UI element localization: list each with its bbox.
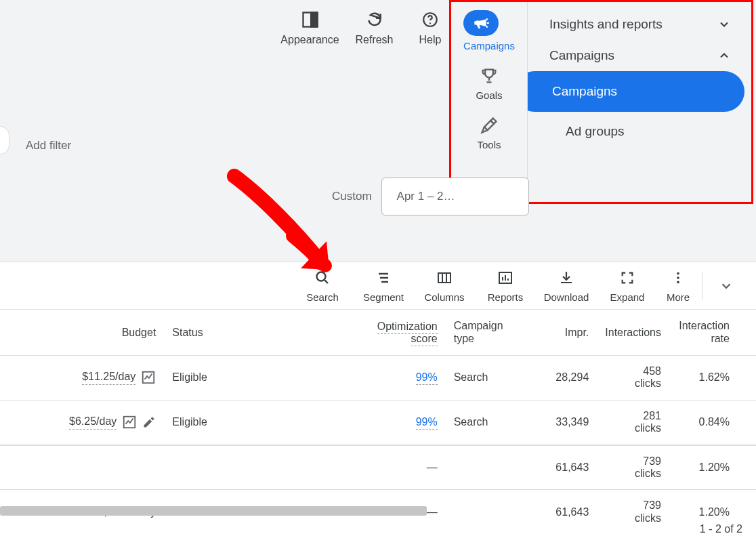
pencil-icon[interactable] bbox=[142, 415, 156, 429]
submenu-campaigns[interactable]: Campaigns bbox=[528, 40, 751, 71]
chevron-down-icon bbox=[707, 276, 745, 295]
svg-rect-5 bbox=[438, 273, 450, 283]
table-row[interactable]: $11.25/dayEligible99%Search28,294458clic… bbox=[0, 356, 756, 400]
cell-spacer bbox=[738, 400, 756, 445]
nav-rail-tools-label: Tools bbox=[477, 139, 501, 150]
table-download-button[interactable]: Download bbox=[536, 268, 597, 303]
chevron-up-icon bbox=[717, 49, 731, 62]
table-collapse-button[interactable] bbox=[707, 276, 745, 295]
add-filter-button[interactable]: Add filter bbox=[26, 139, 71, 152]
cell-budget bbox=[0, 445, 164, 490]
toolbar-divider bbox=[702, 272, 703, 300]
chart-icon[interactable] bbox=[141, 370, 156, 385]
date-range-custom-label: Custom bbox=[332, 190, 372, 203]
nav-rail: Campaigns Goals Tools bbox=[451, 2, 528, 202]
chart-icon[interactable] bbox=[122, 415, 137, 430]
header-campaign-type[interactable]: Campaigntype bbox=[446, 310, 530, 356]
table-search-label: Search bbox=[292, 291, 353, 303]
highlighted-nav-panel: Campaigns Goals Tools Insights and repor… bbox=[449, 0, 753, 204]
refresh-label: Refresh bbox=[342, 34, 406, 46]
cell-opt: — bbox=[364, 445, 446, 490]
help-button[interactable]: Help bbox=[406, 0, 454, 46]
table-more-label: More bbox=[658, 291, 698, 303]
chevron-down-icon bbox=[717, 18, 731, 31]
nav-submenu: Insights and reports Campaigns Campaigns… bbox=[528, 2, 751, 202]
appearance-label: Appearance bbox=[278, 34, 342, 46]
table-more-button[interactable]: More bbox=[658, 268, 698, 303]
submenu-insights-label: Insights and reports bbox=[549, 17, 663, 32]
table-reports-button[interactable]: Reports bbox=[475, 268, 536, 303]
trophy-icon bbox=[480, 66, 499, 85]
date-range-value: Apr 1 – 2… bbox=[397, 190, 455, 203]
segment-icon bbox=[353, 268, 414, 287]
pagination-label: 1 - 2 of 2 bbox=[700, 523, 742, 535]
download-icon bbox=[536, 268, 597, 287]
table-download-label: Download bbox=[536, 291, 597, 303]
cell-interactions: 458clicks bbox=[597, 356, 669, 400]
cell-status: Eligible bbox=[164, 356, 363, 400]
cell-ctype bbox=[446, 490, 530, 534]
svg-rect-1 bbox=[311, 13, 317, 27]
submenu-campaigns-selected[interactable]: Campaigns bbox=[528, 71, 744, 112]
tools-icon bbox=[480, 116, 499, 135]
cell-irate: 0.84% bbox=[669, 400, 738, 445]
megaphone-icon bbox=[463, 10, 499, 36]
svg-point-3 bbox=[429, 22, 431, 24]
cell-interactions: 739clicks bbox=[597, 490, 669, 534]
table-row[interactable]: $6.25/dayEligible99%Search33,349281click… bbox=[0, 400, 756, 445]
help-label: Help bbox=[406, 34, 454, 46]
budget-value: $6.25/day bbox=[69, 415, 117, 430]
cell-ctype: Search bbox=[446, 356, 530, 400]
table-segment-button[interactable]: Segment bbox=[353, 268, 414, 303]
header-interactions[interactable]: Interactions bbox=[597, 310, 669, 356]
appearance-icon bbox=[278, 8, 342, 31]
submenu-adgroups[interactable]: Ad groups bbox=[528, 112, 751, 151]
svg-point-7 bbox=[677, 272, 679, 275]
help-icon bbox=[406, 8, 454, 31]
cell-impr: 61,643 bbox=[529, 490, 597, 534]
nav-rail-tools[interactable]: Tools bbox=[477, 116, 501, 150]
header-spacer bbox=[738, 310, 756, 356]
table-expand-button[interactable]: Expand bbox=[597, 268, 658, 303]
columns-icon bbox=[414, 268, 475, 287]
table-row[interactable]: —61,643739clicks1.20% bbox=[0, 445, 756, 490]
more-icon bbox=[658, 268, 698, 287]
appearance-button[interactable]: Appearance bbox=[278, 0, 342, 46]
table-toolbar: Search Segment Columns Reports Download … bbox=[0, 262, 756, 309]
date-range-picker[interactable]: Apr 1 – 2… bbox=[381, 178, 529, 215]
filter-pill-edge[interactable] bbox=[0, 126, 9, 154]
submenu-insights[interactable]: Insights and reports bbox=[528, 9, 751, 40]
cell-interactions: 739clicks bbox=[597, 445, 669, 490]
cell-status bbox=[164, 445, 363, 490]
submenu-adgroups-label: Ad groups bbox=[566, 124, 625, 138]
header-status[interactable]: Status bbox=[164, 310, 363, 356]
header-optimization[interactable]: Optimizationscore bbox=[364, 310, 446, 356]
horizontal-scrollbar[interactable] bbox=[0, 506, 427, 516]
cell-budget: $11.25/day bbox=[0, 356, 164, 400]
cell-ctype bbox=[446, 445, 530, 490]
cell-ctype: Search bbox=[446, 400, 530, 445]
submenu-selected-wrap: Campaigns bbox=[528, 71, 751, 112]
table-segment-label: Segment bbox=[353, 291, 414, 303]
cell-impr: 28,294 bbox=[529, 356, 597, 400]
budget-value: $11.25/day bbox=[82, 371, 135, 385]
nav-rail-goals[interactable]: Goals bbox=[476, 66, 502, 101]
refresh-button[interactable]: Refresh bbox=[342, 0, 406, 46]
date-range-row: Custom Apr 1 – 2… bbox=[332, 178, 529, 215]
svg-point-4 bbox=[317, 272, 326, 281]
header-impr[interactable]: Impr. bbox=[529, 310, 597, 356]
nav-rail-campaigns[interactable]: Campaigns bbox=[463, 10, 515, 51]
svg-point-8 bbox=[677, 276, 679, 279]
header-budget[interactable]: Budget bbox=[0, 310, 164, 356]
cell-irate: 1.62% bbox=[669, 356, 738, 400]
table-columns-button[interactable]: Columns bbox=[414, 268, 475, 303]
nav-rail-campaigns-label: Campaigns bbox=[463, 40, 515, 51]
reports-icon bbox=[475, 268, 536, 287]
table-expand-label: Expand bbox=[597, 291, 658, 303]
cell-impr: 33,349 bbox=[529, 400, 597, 445]
submenu-campaigns-label: Campaigns bbox=[549, 48, 614, 63]
header-interaction-rate[interactable]: Interactionrate bbox=[669, 310, 738, 356]
search-icon bbox=[292, 268, 353, 287]
campaigns-table: Budget Status Optimizationscore Campaign… bbox=[0, 309, 756, 534]
table-search-button[interactable]: Search bbox=[292, 268, 353, 303]
